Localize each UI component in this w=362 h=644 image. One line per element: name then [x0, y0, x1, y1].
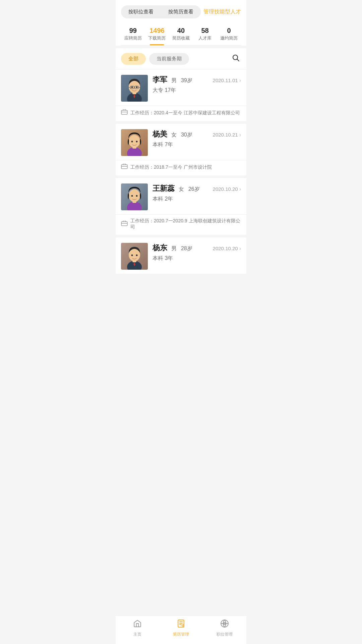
svg-point-7 [136, 87, 138, 88]
name-0: 李军 [153, 75, 167, 84]
stat-label-4: 邀约简历 [220, 35, 238, 41]
nav-icon-0 [133, 619, 142, 630]
svg-line-1 [237, 59, 239, 61]
work-icon-2 [121, 221, 128, 228]
age-1: 30岁 [181, 132, 192, 138]
nav-item-0[interactable]: 主页 [116, 619, 159, 637]
stat-count-0: 99 [129, 26, 137, 35]
name-row-0: 李军 男 39岁 2020.11.01 › [153, 75, 241, 85]
work-history-1: 工作经历：2018.7一至今 广州市设计院 [116, 160, 246, 175]
resume-info-3: 杨东 男 28岁 2020.10.20 › 本科 3年 [153, 243, 241, 262]
resume-info-0: 李军 男 39岁 2020.11.01 › 大专 17年 [153, 75, 241, 94]
education-0: 大专 [153, 87, 163, 93]
avatar-3 [121, 243, 148, 270]
work-text-1: 工作经历：2018.7一至今 广州市设计院 [130, 164, 212, 170]
date-row-0: 2020.11.01 › [213, 77, 241, 84]
btn-by-position[interactable]: 按职位查看 [121, 5, 161, 18]
nav-item-2[interactable]: 职位管理 [203, 619, 246, 637]
stat-item-1[interactable]: 1496 下载简历 [145, 26, 169, 45]
resume-card-2[interactable]: 王新蕊 女 26岁 2020.10.20 › 本科 2年 [116, 178, 246, 235]
edu-row-2: 本科 2年 [153, 196, 241, 203]
resume-main-3: 杨东 男 28岁 2020.10.20 › 本科 3年 [116, 237, 246, 274]
nav-icon-1 [177, 619, 185, 630]
resume-card-1[interactable]: 杨美 女 30岁 2020.10.21 › 本科 7年 [116, 124, 246, 175]
date-row-3: 2020.10.20 › [213, 246, 241, 252]
stat-count-1: 1496 [149, 26, 165, 35]
svg-point-19 [129, 135, 140, 148]
date-2: 2020.10.20 [213, 186, 238, 192]
nav-icon-2 [220, 619, 229, 630]
svg-rect-30 [121, 222, 127, 226]
edu-row-1: 本科 7年 [153, 141, 241, 148]
avatar-0 [121, 75, 148, 102]
svg-point-28 [131, 195, 133, 197]
experience-3: 3年 [165, 255, 173, 261]
stat-item-2[interactable]: 40 简历收藏 [169, 26, 193, 45]
svg-rect-22 [121, 165, 127, 169]
top-bar: 按职位查看 按简历查看 管理技能型人才 99 应聘简历 1496 下载简历 40… [116, 0, 246, 46]
gender-2: 女 [179, 186, 184, 192]
btn-by-resume[interactable]: 按简历查看 [161, 5, 201, 18]
resume-card-3[interactable]: 杨东 男 28岁 2020.10.20 › 本科 3年 [116, 237, 246, 274]
age-3: 28岁 [181, 246, 192, 251]
chevron-icon-0: › [239, 77, 241, 84]
date-row-1: 2020.10.21 › [213, 132, 241, 138]
nav-item-1[interactable]: 简历管理 [159, 619, 203, 637]
resume-info-2: 王新蕊 女 26岁 2020.10.20 › 本科 2年 [153, 183, 241, 203]
svg-point-27 [129, 189, 140, 202]
age-0: 39岁 [181, 77, 192, 83]
name-meta-2: 王新蕊 女 26岁 [153, 183, 200, 194]
stat-label-1: 下载简历 [148, 35, 166, 41]
avatar-1 [121, 129, 148, 156]
name-1: 杨美 [153, 130, 167, 138]
svg-point-29 [136, 195, 138, 197]
education-3: 本科 [153, 255, 163, 261]
name-meta-1: 杨美 女 30岁 [153, 129, 192, 139]
date-0: 2020.11.01 [213, 77, 238, 83]
stat-label-2: 简历收藏 [172, 35, 190, 41]
svg-point-37 [136, 255, 138, 256]
nav-label-0: 主页 [133, 632, 141, 637]
nav-label-2: 职位管理 [217, 632, 233, 637]
chevron-icon-1: › [239, 132, 241, 138]
stat-count-4: 0 [227, 26, 231, 35]
name-3: 杨东 [153, 244, 167, 252]
chevron-icon-3: › [239, 246, 241, 252]
gender-0: 男 [171, 77, 177, 83]
experience-1: 7年 [165, 142, 173, 147]
name-row-3: 杨东 男 28岁 2020.10.20 › [153, 243, 241, 253]
resume-info-1: 杨美 女 30岁 2020.10.21 › 本科 7年 [153, 129, 241, 148]
gender-1: 女 [171, 132, 177, 138]
view-switch: 按职位查看 按简历查看 管理技能型人才 [121, 5, 241, 18]
work-history-2: 工作经历：2020.7一2020.9 上海联创建筑设计有限公司 [116, 214, 246, 235]
edu-row-3: 本科 3年 [153, 255, 241, 262]
name-meta-0: 李军 男 39岁 [153, 75, 192, 85]
stats-row: 99 应聘简历 1496 下载简历 40 简历收藏 58 人才库 0 邀约简历 [121, 24, 241, 46]
work-icon-1 [121, 164, 128, 171]
resume-main-1: 杨美 女 30岁 2020.10.21 › 本科 7年 [116, 124, 246, 160]
svg-rect-14 [121, 110, 127, 114]
stat-item-4[interactable]: 0 邀约简历 [217, 26, 241, 45]
work-icon-0 [121, 109, 128, 116]
filter-bar: 全部 当前服务期 [116, 48, 246, 69]
name-row-1: 杨美 女 30岁 2020.10.21 › [153, 129, 241, 139]
avatar-2 [121, 183, 148, 210]
resume-main-2: 王新蕊 女 26岁 2020.10.20 › 本科 2年 [116, 178, 246, 214]
chevron-icon-2: › [239, 186, 241, 192]
filter-current[interactable]: 当前服务期 [149, 53, 189, 65]
education-1: 本科 [153, 142, 163, 147]
stat-label-0: 应聘简历 [124, 35, 142, 41]
name-meta-3: 杨东 男 28岁 [153, 243, 192, 253]
gender-3: 男 [171, 246, 177, 251]
svg-point-20 [131, 141, 133, 143]
work-text-2: 工作经历：2020.7一2020.9 上海联创建筑设计有限公司 [130, 218, 241, 230]
stat-item-3[interactable]: 58 人才库 [193, 26, 217, 45]
svg-point-21 [136, 141, 138, 143]
search-button[interactable] [230, 52, 241, 65]
filter-all[interactable]: 全部 [121, 53, 146, 65]
date-row-2: 2020.10.20 › [213, 186, 241, 192]
manage-talent-link[interactable]: 管理技能型人才 [203, 8, 241, 15]
resume-card-0[interactable]: 李军 男 39岁 2020.11.01 › 大专 17年 [116, 69, 246, 121]
stat-count-2: 40 [177, 26, 185, 35]
stat-item-0[interactable]: 99 应聘简历 [121, 26, 145, 45]
